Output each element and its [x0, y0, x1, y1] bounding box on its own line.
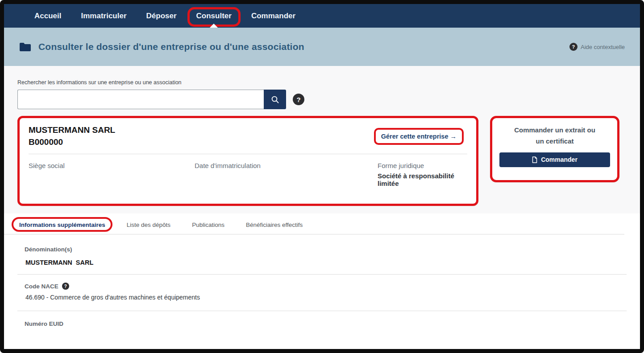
- contextual-help-label: Aide contextuelle: [581, 44, 625, 50]
- details-panel: Dénomination(s) MUSTERMANN SARL Code NAC…: [4, 246, 640, 327]
- page-header: Consulter le dossier d'une entreprise ou…: [4, 28, 640, 66]
- screenshot-frame: Accueil Immatriculer Déposer Consulter C…: [0, 0, 644, 353]
- search-and-cards-section: Rechercher les informations sur une entr…: [4, 66, 640, 213]
- tab-liste-des-depots[interactable]: Liste des dépôts: [127, 222, 170, 228]
- tab-label: Informations supplémentaires: [19, 222, 105, 228]
- nav-item-accueil[interactable]: Accueil: [25, 4, 71, 28]
- company-card: MUSTERMANN SARL B000000 Gérer cette entr…: [17, 116, 478, 206]
- field-label: Date d'immatriculation: [195, 162, 378, 169]
- search-label: Rechercher les informations sur une entr…: [17, 66, 627, 86]
- numero-euid-label: Numéro EUID: [4, 320, 640, 327]
- main-content: Rechercher les informations sur une entr…: [4, 66, 640, 349]
- field-label: Forme juridique: [378, 162, 470, 169]
- nav-item-consulter[interactable]: Consulter: [187, 4, 241, 28]
- company-number: B000000: [29, 136, 115, 148]
- order-card-title-line1: Commander un extrait ou: [499, 125, 610, 136]
- code-nace-label-text: Code NACE: [25, 283, 58, 290]
- field-value: [29, 172, 195, 180]
- nav-item-label: Consulter: [196, 12, 232, 21]
- denomination-value: MUSTERMANN SARL: [4, 259, 640, 266]
- code-nace-help-icon[interactable]: ?: [62, 283, 69, 290]
- tabs-row: Informations supplémentaires Liste des d…: [4, 213, 624, 234]
- cards-row: MUSTERMANN SARL B000000 Gérer cette entr…: [17, 116, 627, 206]
- tab-informations-supplementaires[interactable]: Informations supplémentaires: [19, 222, 105, 228]
- tab-beneficiaires-effectifs[interactable]: Bénéficiaires effectifs: [246, 222, 303, 228]
- folder-icon: [19, 42, 31, 52]
- denomination-label: Dénomination(s): [4, 246, 640, 253]
- help-icon: ?: [569, 43, 578, 51]
- arrow-right-icon: →: [450, 133, 457, 140]
- field-forme-juridique: Forme juridique Société à responsabilité…: [378, 162, 470, 187]
- divider: [29, 154, 467, 154]
- field-value: Société à responsabilité limitée: [378, 172, 470, 187]
- field-date-immatriculation: Date d'immatriculation: [195, 162, 378, 187]
- order-card-title: Commander un extrait ou un certificat: [499, 125, 610, 147]
- company-card-header: MUSTERMANN SARL B000000 Gérer cette entr…: [29, 124, 470, 148]
- search-icon: [271, 95, 279, 104]
- order-card: Commander un extrait ou un certificat Co…: [490, 116, 619, 182]
- top-nav: Accueil Immatriculer Déposer Consulter C…: [4, 4, 640, 28]
- nav-item-deposer[interactable]: Déposer: [137, 4, 187, 28]
- code-nace-label: Code NACE ?: [4, 283, 640, 290]
- contextual-help-link[interactable]: ? Aide contextuelle: [569, 43, 625, 51]
- search-row: ?: [17, 90, 627, 109]
- active-nav-caret-icon: [210, 24, 218, 28]
- order-button-label: Commander: [541, 156, 578, 163]
- divider: [17, 274, 627, 275]
- order-card-title-line2: un certificat: [499, 136, 610, 147]
- nav-item-commander[interactable]: Commander: [241, 4, 305, 28]
- code-nace-value: 46.690 - Commerce de gros d'autres machi…: [4, 294, 640, 301]
- divider: [17, 311, 627, 311]
- company-name: MUSTERMANN SARL: [29, 124, 115, 136]
- tab-publications[interactable]: Publications: [192, 222, 224, 228]
- nav-item-immatriculer[interactable]: Immatriculer: [71, 4, 136, 28]
- page-title: Consulter le dossier d'une entreprise ou…: [38, 41, 304, 52]
- field-value: [195, 172, 378, 180]
- annotation-highlight: Gérer cette entreprise →: [374, 128, 464, 145]
- order-button[interactable]: Commander: [499, 152, 610, 167]
- document-icon: [532, 156, 537, 163]
- company-identity: MUSTERMANN SARL B000000: [29, 124, 115, 148]
- search-button[interactable]: [264, 90, 286, 109]
- field-label: Siège social: [29, 162, 195, 169]
- search-input[interactable]: [17, 90, 264, 109]
- manage-company-label: Gérer cette entreprise: [381, 133, 449, 140]
- manage-company-link[interactable]: Gérer cette entreprise →: [381, 133, 457, 140]
- search-help-icon[interactable]: ?: [293, 94, 304, 105]
- company-fields: Siège social Date d'immatriculation Form…: [29, 162, 470, 187]
- field-siege-social: Siège social: [29, 162, 195, 187]
